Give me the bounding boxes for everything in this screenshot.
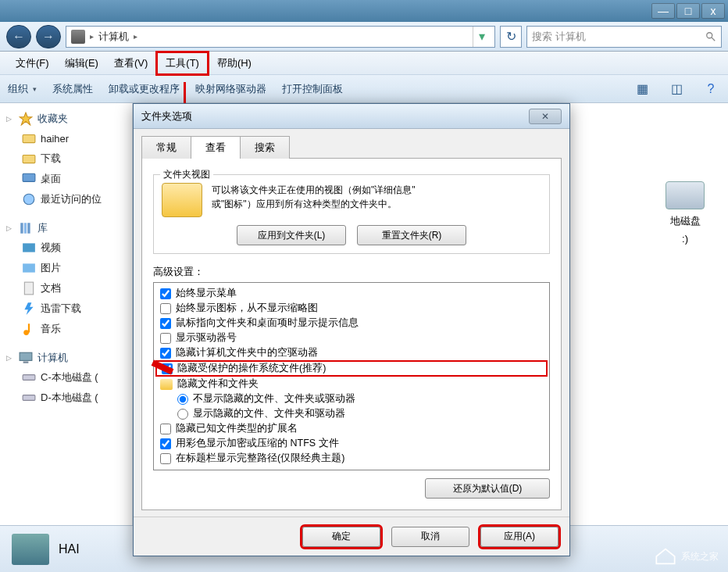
thunder-icon [22, 302, 36, 316]
restore-defaults-button[interactable]: 还原为默认值(D) [425, 478, 550, 499]
adv-label-text: 始终显示图标，从不显示缩略图 [176, 302, 318, 315]
adv-label-text: 隐藏受保护的操作系统文件(推荐) [177, 362, 326, 375]
address-dropdown-icon[interactable]: ▾ [473, 27, 490, 47]
adv-option-10[interactable]: 用彩色显示加密或压缩的 NTFS 文件 [155, 436, 548, 451]
document-icon [22, 281, 36, 295]
system-props-button[interactable]: 系统属性 [52, 82, 93, 96]
download-icon [22, 152, 36, 166]
svg-marker-2 [20, 113, 32, 125]
dialog-close-button[interactable]: ✕ [529, 109, 562, 124]
sidebar-item-c-drive[interactable]: C-本地磁盘 ( [0, 367, 132, 388]
check-input[interactable] [160, 303, 171, 314]
sidebar-item-music[interactable]: 音乐 [0, 319, 132, 339]
refresh-button[interactable]: ↻ [500, 26, 522, 48]
adv-option-1[interactable]: 始终显示图标，从不显示缩略图 [155, 301, 548, 316]
adv-option-9[interactable]: 隐藏已知文件类型的扩展名 [155, 421, 548, 436]
check-input[interactable] [160, 288, 171, 299]
status-text: HAI [59, 542, 80, 556]
sidebar-item-d-drive[interactable]: D-本地磁盘 ( [0, 388, 132, 408]
svg-rect-8 [24, 223, 27, 234]
help-icon[interactable]: ? [701, 80, 720, 98]
sidebar-item-haiher[interactable]: haiher [0, 128, 132, 148]
adv-option-2[interactable]: 鼠标指向文件夹和桌面项时显示提示信息 [155, 316, 548, 331]
breadcrumb-text[interactable]: 计算机 [98, 30, 129, 44]
preview-pane-icon[interactable]: ◫ [667, 80, 686, 98]
close-button[interactable]: x [701, 3, 725, 19]
menu-edit[interactable]: 编辑(E) [57, 53, 106, 73]
svg-rect-12 [24, 282, 33, 295]
sidebar-item-pictures[interactable]: 图片 [0, 258, 132, 278]
radio-input[interactable] [177, 394, 188, 405]
organize-button[interactable]: 组织 [8, 82, 37, 96]
map-drive-button[interactable]: 映射网络驱动器 [195, 82, 266, 96]
svg-marker-13 [24, 302, 33, 315]
adv-label-text: 显示驱动器号 [176, 331, 237, 345]
search-input[interactable]: 搜索 计算机 [526, 26, 722, 48]
sidebar-computer-head[interactable]: ▷计算机 [0, 349, 132, 367]
adv-option-6[interactable]: 隐藏文件和文件夹 [155, 377, 548, 391]
tab-view[interactable]: 查看 [191, 136, 241, 159]
adv-option-4[interactable]: 隐藏计算机文件夹中的空驱动器 [155, 345, 548, 360]
house-icon [655, 547, 676, 566]
computer-icon [71, 30, 85, 44]
sidebar-favorites-head[interactable]: ▷收藏夹 [0, 109, 132, 128]
annotation-checkmark [144, 352, 167, 366]
menu-tools[interactable]: 工具(T) [155, 51, 209, 76]
reset-folders-button[interactable]: 重置文件夹(R) [357, 225, 466, 245]
adv-option-7[interactable]: 不显示隐藏的文件、文件夹或驱动器 [155, 391, 548, 406]
apply-to-folders-button[interactable]: 应用到文件夹(L) [237, 225, 346, 245]
maximize-button[interactable]: □ [676, 3, 700, 19]
check-input[interactable] [160, 424, 171, 434]
address-bar[interactable]: ▸ 计算机 ▸ ▾ [66, 26, 495, 48]
svg-point-0 [707, 32, 712, 38]
sidebar-item-recent[interactable]: 最近访问的位 [0, 189, 132, 209]
view-desc-line2: 或"图标"）应用到所有这种类型的文件夹中。 [212, 197, 416, 211]
search-icon [705, 31, 716, 42]
sidebar-item-downloads[interactable]: 下载 [0, 148, 132, 169]
adv-option-3[interactable]: 显示驱动器号 [155, 331, 548, 345]
svg-rect-11 [23, 263, 35, 272]
check-input[interactable] [160, 453, 171, 464]
check-input[interactable] [160, 318, 171, 329]
sidebar-item-documents[interactable]: 文档 [0, 278, 132, 299]
back-button[interactable]: ← [6, 25, 31, 48]
drive-icon [666, 181, 705, 209]
adv-option-5[interactable]: 隐藏受保护的操作系统文件(推荐) [155, 360, 548, 377]
sidebar-item-thunder[interactable]: 迅雷下载 [0, 299, 132, 319]
check-input[interactable] [160, 438, 171, 449]
control-panel-button[interactable]: 打开控制面板 [282, 82, 343, 96]
check-input[interactable] [160, 333, 171, 344]
uninstall-button[interactable]: 卸载或更改程序 [109, 82, 180, 96]
dialog-tabs: 常规 查看 搜索 [141, 135, 562, 159]
tab-general[interactable]: 常规 [141, 136, 191, 159]
forward-button[interactable]: → [36, 25, 61, 48]
sidebar-item-video[interactable]: 视频 [0, 238, 132, 258]
advanced-label: 高级设置： [153, 265, 550, 279]
adv-option-0[interactable]: 始终显示菜单 [155, 286, 548, 301]
minimize-button[interactable]: — [651, 3, 675, 19]
menu-view[interactable]: 查看(V) [106, 53, 155, 73]
adv-option-8[interactable]: 显示隐藏的文件、文件夹和驱动器 [155, 406, 548, 421]
tab-search[interactable]: 搜索 [240, 136, 290, 159]
adv-label-text: 显示隐藏的文件、文件夹和驱动器 [193, 407, 345, 420]
radio-input[interactable] [177, 409, 188, 420]
drive-icon [22, 391, 36, 405]
folder-large-icon [162, 183, 202, 217]
ok-button[interactable]: 确定 [302, 527, 380, 547]
sidebar-item-desktop[interactable]: 桌面 [0, 169, 132, 189]
drive-item[interactable]: 地磁盘 :) [666, 181, 705, 245]
sidebar: ▷收藏夹 haiher 下载 桌面 最近访问的位 ▷库 视频 图片 文档 迅雷下… [0, 103, 133, 572]
adv-option-11[interactable]: 在标题栏显示完整路径(仅限经典主题) [155, 451, 548, 466]
view-mode-icon[interactable]: ▦ [633, 80, 651, 98]
folder-icon [22, 131, 36, 145]
computer-icon [19, 351, 33, 365]
svg-rect-9 [27, 223, 30, 234]
advanced-settings-list[interactable]: 始终显示菜单始终显示图标，从不显示缩略图鼠标指向文件夹和桌面项时显示提示信息显示… [153, 282, 550, 470]
menu-help[interactable]: 帮助(H) [209, 53, 259, 73]
cancel-button[interactable]: 取消 [391, 527, 469, 547]
sidebar-libraries-head[interactable]: ▷库 [0, 219, 132, 238]
svg-rect-7 [20, 223, 23, 234]
apply-button[interactable]: 应用(A) [480, 527, 558, 547]
tab-content-view: 文件夹视图 可以将该文件夹正在使用的视图（例如"详细信息" 或"图标"）应用到所… [141, 159, 562, 510]
menu-file[interactable]: 文件(F) [8, 53, 57, 73]
